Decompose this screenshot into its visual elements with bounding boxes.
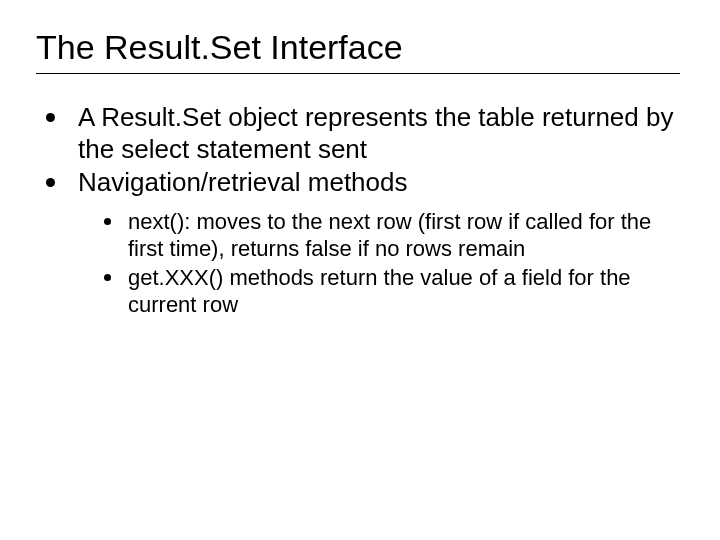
slide-title: The Result.Set Interface <box>36 28 680 67</box>
bullet-text: next(): moves to the next row (first row… <box>128 209 651 261</box>
list-item: next(): moves to the next row (first row… <box>98 209 680 263</box>
slide: The Result.Set Interface A Result.Set ob… <box>0 0 720 540</box>
list-item: A Result.Set object represents the table… <box>40 102 680 165</box>
list-item: Navigation/retrieval methods next(): mov… <box>40 167 680 318</box>
title-rule <box>36 73 680 74</box>
bullet-text: get.XXX() methods return the value of a … <box>128 265 631 317</box>
bullet-text: Navigation/retrieval methods <box>78 167 408 197</box>
bullet-list-level1: A Result.Set object represents the table… <box>36 102 680 318</box>
list-item: get.XXX() methods return the value of a … <box>98 265 680 319</box>
bullet-text: A Result.Set object represents the table… <box>78 102 673 164</box>
bullet-list-level2: next(): moves to the next row (first row… <box>78 209 680 318</box>
